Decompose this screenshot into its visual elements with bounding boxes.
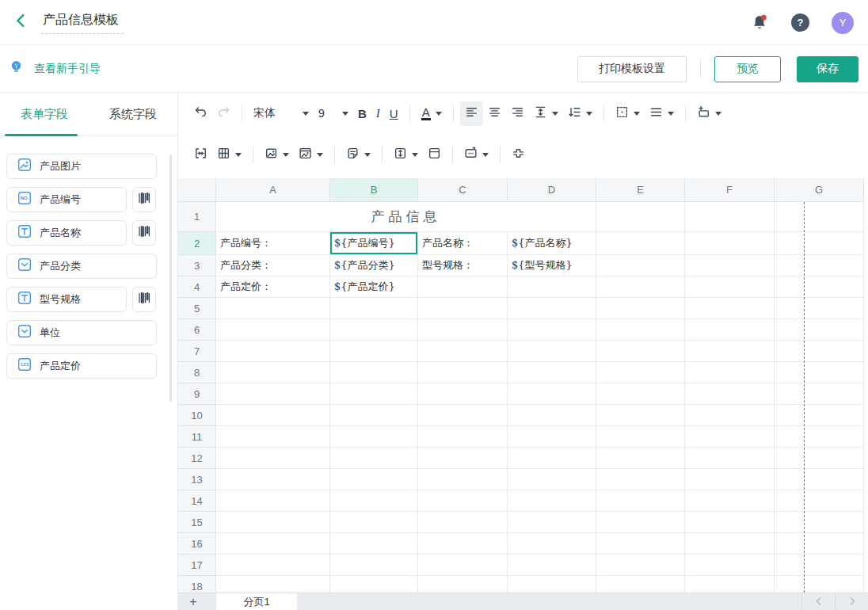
cell-E18[interactable]	[596, 576, 685, 593]
cell-D17[interactable]	[508, 555, 596, 576]
cell-C13[interactable]	[418, 469, 508, 490]
barcode-button[interactable]	[132, 187, 156, 212]
sidebar-tab-0[interactable]: 表单字段	[0, 93, 89, 135]
cell-F12[interactable]	[685, 448, 775, 469]
cell-C15[interactable]	[418, 512, 508, 533]
row-header-18[interactable]: 18	[178, 576, 216, 593]
cell-E3[interactable]	[596, 255, 685, 276]
column-header-C[interactable]: C	[418, 178, 508, 202]
field-item[interactable]: NO.产品编号	[6, 187, 127, 212]
cell-F3[interactable]	[685, 255, 775, 276]
bold-button[interactable]: B	[353, 103, 371, 124]
row-header-5[interactable]: 5	[178, 298, 216, 319]
cell-E14[interactable]	[596, 490, 685, 512]
barcode-button[interactable]	[132, 220, 156, 246]
cell-E10[interactable]	[596, 405, 685, 426]
cell-F4[interactable]	[685, 276, 775, 298]
vertical-text-button[interactable]	[389, 143, 423, 167]
row-header-9[interactable]: 9	[178, 383, 216, 405]
cell-B8[interactable]	[330, 362, 418, 383]
cell-A8[interactable]	[216, 362, 330, 383]
table-grid-button[interactable]	[212, 143, 246, 167]
row-header-1[interactable]: 1	[178, 202, 216, 232]
font-family-select[interactable]: 宋体	[249, 102, 314, 124]
row-header-14[interactable]: 14	[178, 490, 216, 512]
row-header-7[interactable]: 7	[178, 341, 216, 362]
cell-A9[interactable]	[216, 383, 330, 405]
image-cell-button[interactable]	[294, 143, 328, 167]
select-all-corner[interactable]	[178, 178, 216, 202]
align-center-button[interactable]	[483, 101, 506, 126]
vertical-align-button[interactable]	[529, 101, 563, 126]
cell-E4[interactable]	[596, 276, 685, 298]
cell-D5[interactable]	[508, 298, 596, 319]
column-header-A[interactable]: A	[216, 178, 330, 202]
field-item[interactable]: 产品分类	[6, 254, 157, 279]
cell-A5[interactable]	[216, 298, 330, 319]
cell-C5[interactable]	[418, 298, 508, 319]
cell-E7[interactable]	[596, 341, 685, 362]
row-header-3[interactable]: 3	[178, 255, 216, 276]
column-header-F[interactable]: F	[685, 178, 775, 202]
cell-G16[interactable]	[775, 533, 864, 555]
newbie-guide-link[interactable]: 查看新手引导	[10, 59, 101, 78]
cell-F9[interactable]	[685, 383, 775, 405]
cell-D3[interactable]: ${型号规格}	[508, 255, 596, 276]
row-header-13[interactable]: 13	[178, 469, 216, 490]
cell-G7[interactable]	[775, 341, 864, 362]
header-row-button[interactable]	[423, 143, 446, 167]
merge-cells-button[interactable]	[189, 143, 212, 167]
next-sheet-button[interactable]	[836, 593, 868, 610]
cell-D7[interactable]	[508, 341, 596, 362]
cell-C17[interactable]	[418, 555, 508, 576]
cell-B9[interactable]	[330, 383, 418, 405]
save-button[interactable]: 保存	[797, 56, 858, 82]
page-title[interactable]: 产品信息模板	[41, 10, 124, 34]
preview-button[interactable]: 预览	[714, 56, 781, 82]
cell-C6[interactable]	[418, 319, 508, 341]
cell-G10[interactable]	[775, 405, 864, 426]
back-button[interactable]	[11, 12, 32, 32]
cell-D13[interactable]	[508, 469, 596, 490]
cell-F2[interactable]	[685, 232, 775, 255]
cell-G15[interactable]	[775, 512, 864, 533]
cell-E5[interactable]	[596, 298, 685, 319]
cell-E16[interactable]	[596, 533, 685, 555]
cell-E1[interactable]	[596, 202, 685, 232]
cell-G12[interactable]	[775, 448, 864, 469]
cell-B5[interactable]	[330, 298, 418, 319]
cell-G5[interactable]	[775, 298, 864, 319]
cell-B3[interactable]: ${产品分类}	[330, 255, 418, 276]
cell-G11[interactable]	[775, 426, 864, 448]
cell-B12[interactable]	[330, 448, 418, 469]
cell-A14[interactable]	[216, 490, 330, 512]
cell-F11[interactable]	[685, 426, 775, 448]
cell-B13[interactable]	[330, 469, 418, 490]
cell-B7[interactable]	[330, 341, 418, 362]
cell-F6[interactable]	[685, 319, 775, 341]
borders-button[interactable]	[611, 101, 645, 126]
cell-D6[interactable]	[508, 319, 596, 341]
cell-C2[interactable]: 产品名称：	[418, 232, 508, 255]
row-header-16[interactable]: 16	[178, 533, 216, 555]
row-header-10[interactable]: 10	[178, 405, 216, 426]
cell-E9[interactable]	[596, 383, 685, 405]
note-button[interactable]	[341, 143, 375, 167]
cell-A6[interactable]	[216, 319, 330, 341]
cell-B18[interactable]	[330, 576, 418, 593]
align-right-button[interactable]	[506, 101, 529, 126]
cell-D16[interactable]	[508, 533, 596, 555]
cell-D15[interactable]	[508, 512, 596, 533]
cell-E13[interactable]	[596, 469, 685, 490]
help-button[interactable]: ?	[791, 13, 809, 32]
cell-F8[interactable]	[685, 362, 775, 383]
field-item[interactable]: 产品图片	[6, 154, 157, 179]
cell-C9[interactable]	[418, 383, 508, 405]
cell-E17[interactable]	[596, 555, 685, 576]
cell-B6[interactable]	[330, 319, 418, 341]
cell-D14[interactable]	[508, 490, 596, 512]
cell-E15[interactable]	[596, 512, 685, 533]
cell-F15[interactable]	[685, 512, 775, 533]
cell-C16[interactable]	[418, 533, 508, 555]
field-item[interactable]: 型号规格	[6, 287, 127, 312]
